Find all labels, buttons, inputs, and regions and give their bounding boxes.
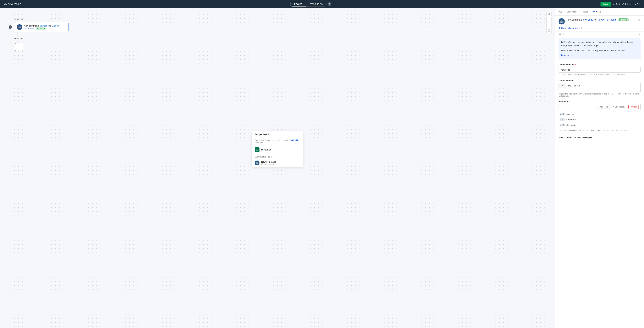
- param-row-summary: ABC summary: [558, 117, 640, 122]
- realtime-badge: Real-time: [36, 27, 46, 30]
- command-hint-wrapper: ABC: [558, 83, 640, 92]
- recipe-data-title: Recipe data ℹ: [255, 133, 269, 136]
- parameters-label: Parameters: [558, 100, 640, 103]
- panel-realtime-badge: Real-time: [618, 18, 628, 21]
- refresh-icon: ↺: [622, 3, 624, 5]
- trigger-more-button[interactable]: ···: [63, 25, 66, 28]
- recipe-section: ☰ Properties ›: [252, 145, 303, 154]
- help-link[interactable]: Learn more ↗: [561, 54, 638, 57]
- wizard-step-connection[interactable]: Connection: [566, 10, 577, 13]
- param-name-summary: summary: [566, 118, 576, 121]
- properties-item[interactable]: ☰ Properties ›: [252, 145, 303, 154]
- chevron-right-icon: ›: [300, 148, 300, 151]
- output-chevron-icon: ›: [300, 161, 300, 164]
- tab-testjobs[interactable]: TEST JOBS: [306, 2, 326, 7]
- topbar-actions: Save ⊙ Test ↺ Refresh ✕ Exit: [600, 2, 640, 6]
- help-title-row: HELP ∧: [555, 31, 644, 36]
- tab-recipe[interactable]: RECIPE: [290, 2, 306, 7]
- params-hint: Define command input fields and get Work…: [558, 129, 640, 131]
- output-item[interactable]: 🤖 New command (Step 1 output) ›: [252, 159, 303, 167]
- recipe-title: My new recipe: [4, 2, 21, 6]
- command-hint-input[interactable]: [566, 83, 640, 92]
- wizard-arrow-3: →: [589, 10, 592, 13]
- step-number: 1: [8, 25, 12, 29]
- hide-command-label: Hide command in 'help' messages: [558, 136, 640, 139]
- help-body-1: Define Workbot command. When this comman…: [561, 41, 638, 47]
- trigger-node[interactable]: 🤖 New command newissue to Workbot for Te…: [14, 22, 68, 32]
- external-link-icon: ↗: [572, 54, 574, 57]
- recipe-data-header: Recipe data ℹ ⌃: [252, 131, 303, 138]
- command-name-input[interactable]: [558, 67, 640, 73]
- help-body-2: Use the Post reply action to send a resp…: [561, 49, 638, 52]
- wizard-arrow-1: →: [563, 10, 566, 13]
- eye-icon: 👁: [558, 27, 560, 29]
- help-label: HELP: [558, 33, 564, 35]
- recenter-button[interactable]: ↺: [546, 12, 552, 17]
- tab-switcher: RECIPE TEST JOBS ?: [290, 2, 332, 7]
- show-optional-button[interactable]: 👁 Show optional fields: [558, 27, 580, 29]
- trigger-bot-icon: 🤖: [17, 24, 22, 30]
- abc-prefix: ABC: [559, 83, 566, 88]
- param-row-urgency: ABC urgency: [558, 111, 640, 117]
- trigger-label: TRIGGER: [14, 18, 541, 20]
- panel-header: 🤖 New command newissue to Workbot for Te…: [555, 15, 644, 26]
- command-hint-label: Command hint: [558, 79, 640, 82]
- save-button[interactable]: Save: [600, 2, 611, 6]
- current-step-output-label: Current step output: [252, 154, 303, 159]
- recipe-data-subtitle: To use data from a previous step, drag i…: [252, 138, 303, 145]
- zoom-out-button[interactable]: −: [546, 22, 552, 28]
- close-icon: ✕: [634, 3, 636, 5]
- canvas-content: TRIGGER 1 🤖 New command newissue to Work…: [0, 8, 555, 61]
- help-toggle-button[interactable]: ∧: [639, 33, 640, 36]
- param-name-urgency: urgency: [566, 113, 574, 115]
- panel-inner: 🤖 New command newissue to Workbot for Te…: [555, 15, 644, 149]
- canvas-controls: ↺ + − ⛶: [546, 12, 552, 33]
- command-name-label: Command name *: [558, 63, 640, 66]
- wizard-arrow-2: →: [578, 10, 580, 13]
- add-action-button[interactable]: +: [15, 43, 23, 51]
- command-name-section: Command name * Command name must be uniq…: [555, 61, 644, 77]
- param-row-description: ABC description: [558, 122, 640, 128]
- recipe-data-panel: Recipe data ℹ ⌃ To use data from a previ…: [252, 131, 303, 167]
- wizard-help-icon[interactable]: ℹ: [600, 10, 601, 13]
- help-button[interactable]: ?: [328, 2, 332, 6]
- test-icon: ⊙: [613, 3, 615, 5]
- panel-close-button[interactable]: ✕: [638, 18, 640, 22]
- actions-label: ACTIONS: [14, 37, 541, 39]
- properties-icon: ☰: [255, 147, 260, 152]
- test-button[interactable]: ⊙ Test: [613, 3, 620, 5]
- clear-button[interactable]: ✕ Clear: [628, 105, 639, 109]
- optional-fields-row: 👁 Show optional fields ℹ: [555, 26, 644, 31]
- trigger-node-text: New command newissue to Workbot for Team…: [24, 24, 62, 30]
- zoom-in-button[interactable]: +: [546, 17, 552, 22]
- abc-badge-description: ABC: [560, 124, 565, 126]
- optional-info-icon: ℹ: [581, 27, 582, 29]
- hide-command-section: Hide command in 'help' messages: [555, 135, 644, 142]
- topbar: My new recipe RECIPE TEST JOBS ? Save ⊙ …: [0, 0, 644, 8]
- add-field-button[interactable]: + Add Field: [596, 105, 610, 109]
- recipe-data-toggle[interactable]: ⌃: [298, 133, 300, 136]
- abc-badge-urgency: ABC: [560, 113, 565, 115]
- connector-line-2: [17, 41, 18, 43]
- edit-schema-button[interactable]: ✎ Edit Schema: [611, 105, 627, 109]
- parameters-section: Parameters + Add Field ✎ Edit Schema ✕ C…: [555, 99, 644, 133]
- fit-button[interactable]: ⛶: [546, 28, 552, 33]
- main-layout: TRIGGER 1 🤖 New command newissue to Work…: [0, 8, 644, 328]
- exit-button[interactable]: ✕ Exit: [634, 3, 640, 5]
- parameters-toolbar: + Add Field ✎ Edit Schema ✕ Clear: [558, 104, 640, 110]
- command-hint-section: Command hint ABC Display this instead of…: [555, 77, 644, 99]
- help-section: Define Workbot command. When this comman…: [558, 38, 640, 59]
- panel-title: New command newissue to Workbot for Team…: [566, 18, 628, 21]
- command-hint-help: Display this instead of command name in …: [558, 93, 640, 97]
- connector-line: [17, 32, 18, 37]
- abc-badge-summary: ABC: [560, 118, 565, 121]
- output-bot-icon: 🤖: [255, 160, 260, 165]
- wizard-step-app[interactable]: App: [558, 10, 562, 13]
- refresh-button[interactable]: ↺ Refresh: [622, 3, 632, 5]
- right-panel: App → Connection → Trigger → Setup ℹ 🤖 N…: [555, 8, 644, 328]
- command-name-hint: Command name must be unique, one word, d…: [558, 73, 640, 75]
- wizard-step-trigger[interactable]: Trigger: [582, 10, 588, 13]
- wizard-step-setup[interactable]: Setup: [592, 10, 598, 13]
- info-icon: ℹ: [268, 133, 269, 135]
- param-name-description: description: [566, 124, 577, 126]
